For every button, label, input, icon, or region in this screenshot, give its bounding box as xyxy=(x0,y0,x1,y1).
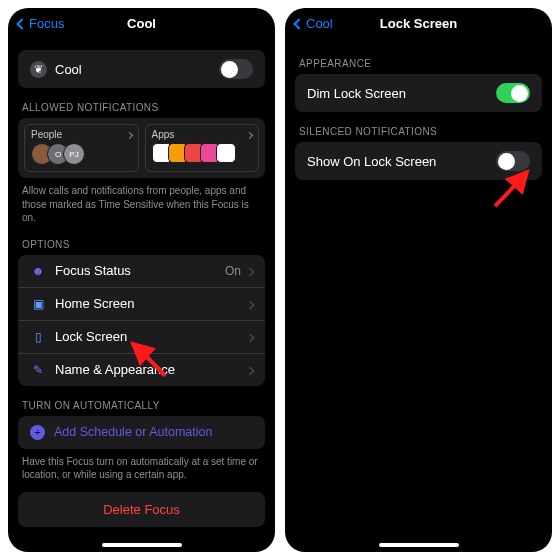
plus-icon: + xyxy=(30,425,45,440)
row-label: Lock Screen xyxy=(55,329,127,344)
leaf-icon: ❦ xyxy=(30,61,47,78)
allowed-footer: Allow calls and notifications from peopl… xyxy=(22,184,261,225)
focus-toggle[interactable] xyxy=(219,59,253,79)
avatar: PJ xyxy=(63,143,85,165)
chevron-right-icon xyxy=(247,129,252,140)
chevron-right-icon xyxy=(247,329,253,344)
home-indicator[interactable] xyxy=(379,543,459,547)
options-header: OPTIONS xyxy=(22,239,261,250)
back-button[interactable]: Cool xyxy=(295,16,333,31)
delete-focus-button[interactable]: Delete Focus xyxy=(18,492,265,527)
chevron-left-icon xyxy=(18,16,26,31)
dim-lock-row: Dim Lock Screen xyxy=(295,74,542,112)
row-label: Show On Lock Screen xyxy=(307,154,436,169)
row-label: Name & Appearance xyxy=(55,362,175,377)
add-schedule-button[interactable]: + Add Schedule or Automation xyxy=(18,416,265,449)
home-indicator[interactable] xyxy=(102,543,182,547)
chevron-right-icon xyxy=(247,263,253,278)
chevron-right-icon xyxy=(247,296,253,311)
chevron-left-icon xyxy=(295,16,303,31)
navbar: Cool Lock Screen xyxy=(285,8,552,38)
back-button[interactable]: Focus xyxy=(18,16,64,31)
focus-status-icon: ☻ xyxy=(30,263,46,279)
chevron-right-icon xyxy=(127,129,132,140)
allowed-notifications: People O PJ Apps xyxy=(18,118,265,178)
phone-left: Focus Cool ❦ Cool ALLOWED NOTIFICATIONS … xyxy=(8,8,275,552)
options-group: ☻Focus Status On ▣Home Screen ▯Lock Scre… xyxy=(18,255,265,386)
apps-label: Apps xyxy=(152,129,175,140)
allowed-header: ALLOWED NOTIFICATIONS xyxy=(22,102,261,113)
option-focus-status[interactable]: ☻Focus Status On xyxy=(18,255,265,288)
name-appearance-icon: ✎ xyxy=(30,362,46,378)
home-screen-icon: ▣ xyxy=(30,296,46,312)
focus-name: Cool xyxy=(55,62,82,77)
row-label: Focus Status xyxy=(55,263,131,278)
app-icon xyxy=(216,143,236,163)
allowed-people[interactable]: People O PJ xyxy=(24,124,139,172)
silenced-header: SILENCED NOTIFICATIONS xyxy=(299,126,538,137)
show-lock-toggle[interactable] xyxy=(496,151,530,171)
row-value: On xyxy=(225,264,241,278)
app-icons xyxy=(152,143,253,163)
row-label: Dim Lock Screen xyxy=(307,86,406,101)
people-avatars: O PJ xyxy=(31,143,132,165)
people-label: People xyxy=(31,129,62,140)
option-lock-screen[interactable]: ▯Lock Screen xyxy=(18,321,265,354)
phone-right: Cool Lock Screen APPEARANCE Dim Lock Scr… xyxy=(285,8,552,552)
navbar: Focus Cool xyxy=(8,8,275,38)
chevron-right-icon xyxy=(247,362,253,377)
show-lock-row: Show On Lock Screen xyxy=(295,142,542,180)
auto-header: TURN ON AUTOMATICALLY xyxy=(22,400,261,411)
add-schedule-label: Add Schedule or Automation xyxy=(54,425,212,439)
lock-screen-icon: ▯ xyxy=(30,329,46,345)
appearance-header: APPEARANCE xyxy=(299,58,538,69)
allowed-apps[interactable]: Apps xyxy=(145,124,260,172)
auto-footer: Have this Focus turn on automatically at… xyxy=(22,455,261,482)
focus-row: ❦ Cool xyxy=(18,50,265,88)
dim-lock-toggle[interactable] xyxy=(496,83,530,103)
back-label: Cool xyxy=(306,16,333,31)
row-label: Home Screen xyxy=(55,296,134,311)
back-label: Focus xyxy=(29,16,64,31)
option-home-screen[interactable]: ▣Home Screen xyxy=(18,288,265,321)
option-name-appearance[interactable]: ✎Name & Appearance xyxy=(18,354,265,386)
